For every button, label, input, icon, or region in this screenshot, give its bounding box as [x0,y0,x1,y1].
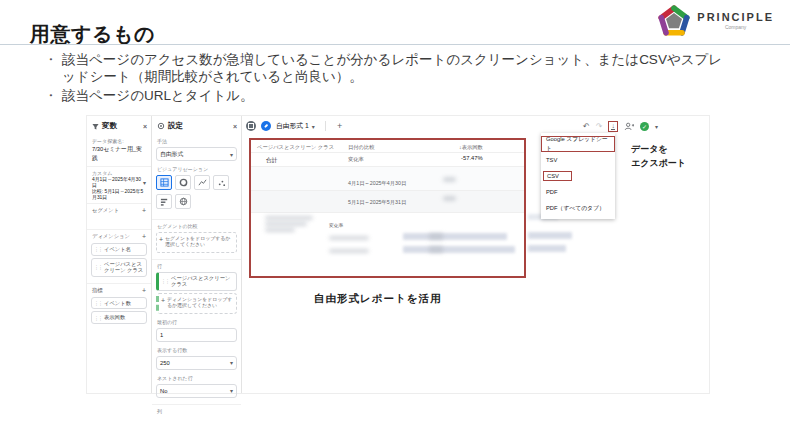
segment-drop-hint: セグメントをドロップするか選択してください [165,236,234,249]
date-range-value: 4月1日～2025年4月30日 [92,176,141,188]
pentagon-logo-icon [658,5,690,37]
row-dimension-chip[interactable]: ⋮⋮ ページパスとスクリーン クラス [156,272,237,291]
export-annotation-line: データを [631,143,686,157]
chevron-down-icon: ▾ [143,179,146,186]
dimension-chip[interactable]: ⋮⋮ ページパスとスクリーン クラス [91,258,147,277]
drag-handle-icon[interactable]: ⋮⋮ [94,300,102,306]
redo-icon[interactable]: ↷ [596,123,603,131]
menu-item-google-sheets[interactable]: Google スプレッドシート [541,136,615,152]
menu-item-label: Google スプレッドシート [546,135,610,153]
viz-geo-icon[interactable] [175,194,191,209]
drag-handle-icon[interactable]: ⋮⋮ [161,278,169,284]
blurred-bar [528,232,572,239]
first-row-input[interactable]: 1 [156,328,237,342]
menu-item-label: PDF（すべてのタブ） [546,204,605,213]
chevron-down-icon: ▾ [312,123,315,130]
menu-item-label: PDF [546,189,558,195]
bullet-text: 該当ページのURLとタイトル。 [62,87,734,104]
gear-icon [157,122,165,130]
add-tab-button[interactable]: + [337,121,342,131]
drag-handle-icon[interactable]: ⋮⋮ [94,315,102,321]
row-count-select[interactable]: 250 ▾ [156,356,237,370]
columns-label: 列 [152,405,241,415]
first-row-value: 1 [160,332,163,338]
close-icon[interactable]: × [143,123,147,130]
visualization-label: ビジュアリゼーション [152,163,241,173]
column-header[interactable]: ページパスとスクリーン クラス [257,144,334,151]
nested-rows-label: ネストされた行 [152,372,241,382]
tab-free-form[interactable]: 自由形式 1 ▾ [276,121,315,131]
dimension-chip[interactable]: ⋮⋮ イベント名 [91,243,147,256]
add-metric-icon[interactable]: + [142,287,146,294]
share-user-icon[interactable] [624,122,634,131]
chevron-down-icon[interactable]: ▾ [655,123,658,130]
exploration-icon[interactable] [246,121,256,131]
add-dimension-icon[interactable]: + [142,233,146,240]
chevron-down-icon: ▾ [230,151,233,158]
metric-chip[interactable]: ⋮⋮ イベント数 [91,297,147,310]
exploration-name[interactable]: 7/30セミナー用_実践 [87,145,151,163]
row-count-label: 表示する行数 [152,344,241,354]
plus-icon: + [159,236,163,243]
viz-line-icon[interactable] [194,175,210,190]
visualization-options [152,192,241,211]
export-annotation-line: エクスポート [631,157,686,171]
metrics-label: 指標 [92,287,103,294]
segments-label: セグメント [92,207,119,214]
add-segment-icon[interactable]: + [142,207,146,214]
metric-chip[interactable]: ⋮⋮ 表示回数 [91,311,147,324]
drag-handle-icon[interactable]: ⋮⋮ [94,246,102,252]
metric-chip-label: 表示回数 [104,314,125,321]
variables-icon [92,123,99,130]
total-row-label: 合計 [266,156,278,165]
menu-item-label: TSV [546,157,557,163]
viz-table-icon[interactable] [156,175,172,190]
viz-scatter-icon[interactable] [213,175,229,190]
export-menu: Google スプレッドシート TSV CSV PDF PDF（すべてのタブ） [541,133,615,219]
menu-item-csv[interactable]: CSV [541,168,615,184]
download-icon[interactable]: ↓ [611,122,615,130]
technique-select[interactable]: 自由形式 ▾ [156,147,237,161]
date-range-row: 4月1日～2025年4月30日 [348,180,406,187]
tab-bar: 自由形式 1 ▾ + [246,121,342,131]
account-status-icon[interactable]: ✓ [640,122,649,131]
viz-bar-icon[interactable] [156,194,172,209]
drag-handle-icon[interactable]: ⋮⋮ [94,264,102,270]
download-icon-highlight[interactable]: ↓ [608,121,618,132]
date-range-row: 5月1日～2025年5月31日 [348,199,406,206]
dimension-chip-label: イベント名 [104,246,131,253]
variables-panel-title: 変数 [102,121,117,131]
menu-item-tsv[interactable]: TSV [541,152,615,168]
chevron-down-icon: ▾ [230,359,233,366]
segment-drop-zone[interactable]: + セグメントをドロップするか選択してください [156,232,237,253]
nested-rows-select[interactable]: No ▾ [156,384,237,398]
segment-comparison-label: セグメントの比較 [152,220,241,230]
report-canvas: 自由形式 1 ▾ + ↶ ↷ ↓ ✓ ▾ ページパスとスクリーン クラス 日付の… [242,116,709,393]
dimension-chip-label: ページパスとスクリーン クラス [104,261,144,274]
date-compare-value: 比較: 5月1日～2025年5月31日 [87,188,151,200]
toolbar: ↶ ↷ ↓ ✓ ▾ [583,121,658,132]
viz-donut-icon[interactable] [175,175,191,190]
technique-label: 手法 [152,135,241,145]
ga-exploration-screenshot: 変数 × データ探索名: 7/30セミナー用_実践 カスタム 4月1日～2025… [86,115,710,394]
rows-label: 行 [152,260,241,270]
menu-item-pdf-all-tabs[interactable]: PDF（すべてのタブ） [541,200,615,216]
logo-subtext: Company [725,25,746,30]
exploration-name-label: データ探索名: [87,135,151,145]
date-range-selector[interactable]: 4月1日～2025年4月30日 ▾ [87,176,151,188]
metric-chip-label: イベント数 [104,300,131,307]
close-icon[interactable]: × [233,123,237,130]
column-header-sorted[interactable]: ↓表示回数 [459,144,483,151]
edit-pencil-icon[interactable] [261,121,271,131]
menu-item-label: CSV [543,171,572,181]
report-table: ページパスとスクリーン クラス 日付の比較 ↓表示回数 合計 変化率 -57.4… [249,138,526,278]
menu-item-pdf[interactable]: PDF [541,184,615,200]
row-count-value: 250 [160,360,170,366]
dimension-drop-zone[interactable]: + ディメンションをドロップするか選択してください [156,293,237,314]
header-divider [0,44,790,45]
column-header[interactable]: 日付の比較 [348,144,375,151]
undo-icon[interactable]: ↶ [583,123,590,131]
bullet-item: ・ 該当ページのURLとタイトル。 [44,87,744,104]
logo-text: PRINCIPLE [697,12,774,23]
first-row-label: 最初の行 [152,316,241,326]
